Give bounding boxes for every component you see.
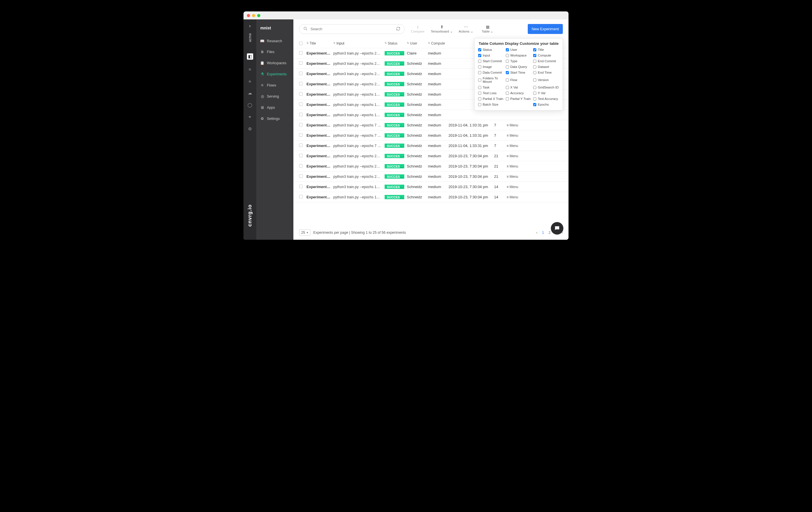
row-menu[interactable]: ≡ Menu [506,123,523,127]
column-checkbox[interactable] [533,60,536,63]
row-checkbox[interactable] [299,123,302,127]
table-row[interactable]: Experiment 80python3 train.py --epochs 1… [293,110,569,120]
column-checkbox[interactable] [478,71,481,74]
column-checkbox[interactable] [506,97,509,101]
row-checkbox[interactable] [299,143,302,147]
column-checkbox[interactable] [506,71,509,74]
column-option-batch-size[interactable]: Batch Size [478,103,504,106]
column-option-data-query[interactable]: Data Query [506,65,532,69]
column-checkbox[interactable] [533,91,536,95]
row-menu[interactable]: ≡ Menu [506,134,523,138]
chat-launcher[interactable] [551,222,563,235]
column-checkbox[interactable] [478,86,481,89]
column-checkbox[interactable] [478,91,481,95]
column-option-partial-y-train[interactable]: Partial Y Train [506,97,532,101]
column-option-title[interactable]: Title [533,48,559,51]
nav-item-apps[interactable]: ⊞Apps [256,102,293,113]
column-option-flow[interactable]: Flow [506,77,532,83]
col-status[interactable]: ⇅Status [385,42,407,45]
rail-icon-cloud[interactable]: ☁ [248,90,253,96]
table-row[interactable]: Experiment 75python3 train.py --epochs 2… [293,161,569,171]
column-option-data-commit[interactable]: Data Commit [478,71,504,74]
column-checkbox[interactable] [478,79,481,82]
col-user[interactable]: ⇅User [407,42,428,45]
column-checkbox[interactable] [478,48,481,51]
column-option-test-accuracy[interactable]: Test Accuracy [533,97,559,101]
nav-item-files[interactable]: 🗎Files [256,47,293,57]
row-checkbox[interactable] [299,72,302,75]
column-checkbox[interactable] [533,103,536,106]
table-button[interactable]: ▦ Table ⌄ [479,25,496,33]
actions-button[interactable]: ⋯ Actions ⌄ [457,25,474,33]
column-checkbox[interactable] [478,60,481,63]
column-option-y-val[interactable]: Y Val [533,91,559,95]
column-checkbox[interactable] [533,97,536,101]
column-checkbox[interactable] [478,65,481,69]
column-option-gridsearch-id[interactable]: GridSearch ID [533,86,559,89]
nav-item-workspaces[interactable]: 📋Workspaces [256,57,293,69]
table-row[interactable]: Experiment 76python3 train.py --epochs 2… [293,151,569,161]
zoom-dot[interactable] [257,14,260,17]
row-menu[interactable]: ≡ Menu [506,164,523,168]
table-row[interactable]: Experiment 79python3 train.py --epochs 7… [293,120,569,130]
row-checkbox[interactable] [299,195,302,198]
column-checkbox[interactable] [506,48,509,51]
rail-icon-datasets[interactable]: ≡ [248,66,253,72]
row-menu[interactable]: ≡ Menu [506,175,523,179]
column-checkbox[interactable] [506,65,509,69]
column-checkbox[interactable] [506,91,509,95]
column-checkbox[interactable] [533,79,536,82]
rail-icon-library[interactable]: ⎆ [248,79,253,84]
row-checkbox[interactable] [299,174,302,178]
column-option-input[interactable]: Input [478,54,504,57]
close-dot[interactable] [247,14,250,17]
row-checkbox[interactable] [299,92,302,96]
row-menu[interactable]: ≡ Menu [506,195,523,199]
column-option-epochs[interactable]: Epochs [533,103,559,106]
minimize-dot[interactable] [252,14,255,17]
column-option-accuracy[interactable]: Accuracy [506,91,532,95]
nav-item-serving[interactable]: ◎Serving [256,91,293,102]
page-1[interactable]: 1 [542,231,544,235]
tensorboard-button[interactable]: ⬆ Tensorboard ⌄ [431,25,453,33]
column-option-partial-x-train[interactable]: Partial X Train [478,97,504,101]
column-checkbox[interactable] [533,65,536,69]
column-option-image[interactable]: Image [478,65,504,69]
col-input[interactable]: ⇅Input [333,42,385,45]
nav-item-settings[interactable]: ⚙Settings [256,113,293,124]
row-checkbox[interactable] [299,82,302,85]
column-checkbox[interactable] [533,54,536,57]
column-option-dataset[interactable]: Dataset [533,65,559,69]
nav-item-research[interactable]: 📖Research [256,35,293,47]
column-option-x-val[interactable]: X Val [506,86,532,89]
rail-icon-users[interactable]: ⚭ [248,114,253,119]
row-menu[interactable]: ≡ Menu [506,185,523,189]
rail-icon-project[interactable]: ◧ [247,53,253,60]
column-checkbox[interactable] [478,103,481,106]
perpage-select[interactable]: 25 ▼ [299,230,311,236]
column-checkbox[interactable] [506,60,509,63]
column-checkbox[interactable] [533,86,536,89]
row-menu[interactable]: ≡ Menu [506,154,523,158]
column-option-type[interactable]: Type [506,59,532,63]
rail-icon-settings[interactable]: ⚙ [248,127,253,132]
table-row[interactable]: Experiment 72python3 train.py --epochs 1… [293,192,569,203]
page-2[interactable]: 2 [549,231,551,235]
new-experiment-button[interactable]: New Experiment [528,24,563,34]
column-option-start-commit[interactable]: Start Commit [478,59,504,63]
column-checkbox[interactable] [533,48,536,51]
table-row[interactable]: Experiment 77python3 train.py --epochs 7… [293,141,569,151]
table-row[interactable]: Experiment 78python3 train.py --epochs 7… [293,130,569,141]
row-checkbox[interactable] [299,164,302,167]
column-option-task[interactable]: Task [478,86,504,89]
row-menu[interactable]: ≡ Menu [506,144,523,148]
column-option-version[interactable]: Version [533,77,559,83]
column-option-folders-to-mount[interactable]: Folders To Mount [478,77,504,83]
column-option-end-time[interactable]: End Time [533,71,559,74]
column-checkbox[interactable] [506,79,509,82]
column-checkbox[interactable] [506,54,509,57]
column-option-user[interactable]: User [506,48,532,51]
row-checkbox[interactable] [299,51,302,55]
row-checkbox[interactable] [299,133,302,137]
col-compute[interactable]: ⇅Compute [428,42,448,45]
